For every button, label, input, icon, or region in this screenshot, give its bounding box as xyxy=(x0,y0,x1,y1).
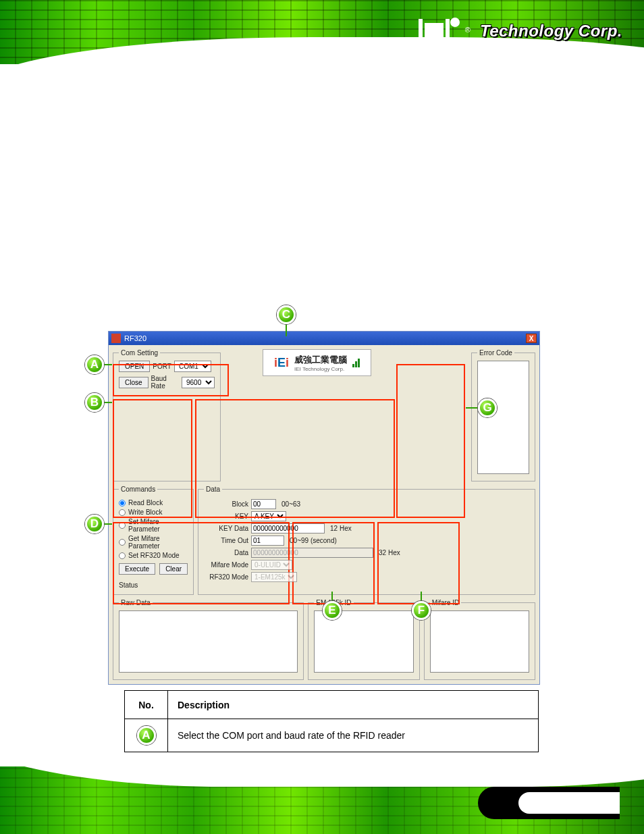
keydata-input[interactable] xyxy=(251,523,325,533)
brand-registered: ® xyxy=(465,26,471,34)
raw-data-area xyxy=(119,610,298,673)
block-note: 00~63 xyxy=(281,500,300,508)
app-window: RF320 X Com Setting OPEN PORT COM1 xyxy=(108,331,540,685)
data-label: Data xyxy=(204,549,248,556)
window-title: RF320 xyxy=(124,334,526,342)
error-code-group: Error Code xyxy=(471,349,535,481)
cmd-get-mifare-radio[interactable] xyxy=(119,539,126,546)
callout-description-table: No. Description A Select the COM port an… xyxy=(124,690,539,752)
mifare-id-area xyxy=(430,610,529,673)
cmd-label: Get Mifare Parameter xyxy=(128,535,188,550)
callout-bubble-g: G xyxy=(478,398,497,417)
table-header-desc: Description xyxy=(168,691,539,719)
rf320-mode-select[interactable]: 1-EM125k xyxy=(251,572,297,582)
baud-select[interactable]: 9600 xyxy=(182,377,215,388)
rf320-mode-label: RF320 Mode xyxy=(204,573,248,581)
callout-connector xyxy=(286,323,287,336)
brand-mark-i2 xyxy=(446,19,450,43)
timeout-input[interactable] xyxy=(251,536,284,546)
callout-bubble-a: A xyxy=(85,355,104,374)
timeout-note: 00~99 (second) xyxy=(290,537,337,544)
error-code-legend: Error Code xyxy=(477,349,514,357)
mifare-id-group: Mifare ID xyxy=(424,599,535,680)
mifare-id-legend: Mifare ID xyxy=(430,599,462,606)
data-note: 32 Hex xyxy=(379,549,400,556)
callout-connector xyxy=(466,407,479,409)
em125k-area xyxy=(314,610,413,673)
com-setting-legend: Com Setting xyxy=(119,349,160,357)
close-button[interactable]: X xyxy=(526,334,537,343)
cmd-set-rf320-radio[interactable] xyxy=(119,552,126,559)
vendor-logo-sub: IEI Technology Corp. xyxy=(294,366,347,372)
cmd-label: Set Mifare Parameter xyxy=(128,518,188,533)
cmd-set-mifare-radio[interactable] xyxy=(119,522,126,529)
cmd-label: Set RF320 Mode xyxy=(128,552,180,559)
keydata-note: 12 Hex xyxy=(330,525,352,532)
cmd-read-block-radio[interactable] xyxy=(119,500,126,506)
open-button[interactable]: OPEN xyxy=(119,361,150,372)
raw-data-legend: Raw Data xyxy=(119,599,153,606)
callout-bubble-b: B xyxy=(85,393,104,412)
block-input[interactable] xyxy=(251,499,276,509)
mifare-mode-label: Mifare Mode xyxy=(204,561,248,569)
cmd-set-mifare[interactable]: Set Mifare Parameter xyxy=(119,518,188,533)
vendor-logo-bars-icon xyxy=(352,359,360,367)
error-code-area xyxy=(477,361,529,474)
port-label: PORT xyxy=(153,363,171,370)
callout-bubble-d: D xyxy=(85,515,104,533)
brand-logo: ® Technology Corp. xyxy=(419,19,622,43)
cmd-label: Read Block xyxy=(128,499,163,506)
timeout-label: Time Out xyxy=(204,537,248,544)
keydata-label: KEY Data xyxy=(204,525,248,532)
table-cell-bubble-a: A xyxy=(125,719,168,752)
brand-mark-i1 xyxy=(419,19,423,43)
vendor-logo-box: iEi 威強工業電腦 IEI Technology Corp. xyxy=(263,349,371,376)
brand-mark-dot xyxy=(450,18,460,27)
brand-tagline: Technology Corp. xyxy=(480,22,622,41)
execute-button[interactable]: Execute xyxy=(119,563,155,575)
cmd-get-mifare[interactable]: Get Mifare Parameter xyxy=(119,535,188,550)
cmd-write-block[interactable]: Write Block xyxy=(119,509,188,516)
table-cell-desc-a: Select the COM port and baud rate of the… xyxy=(168,719,539,752)
baud-label: Baud Rate xyxy=(151,375,179,390)
table-header-no: No. xyxy=(125,691,168,719)
callout-connector xyxy=(103,364,112,365)
port-select[interactable]: COM1 xyxy=(174,361,211,372)
block-label: Block xyxy=(204,500,248,508)
key-select[interactable]: A KEY xyxy=(251,511,286,521)
close-port-button[interactable]: Close xyxy=(119,377,149,388)
key-label: KEY xyxy=(204,513,248,520)
commands-group: Commands Read Block Write Block Set Mifa… xyxy=(113,486,194,595)
com-setting-group: Com Setting OPEN PORT COM1 Close Baud Ra… xyxy=(113,349,221,481)
data-legend: Data xyxy=(204,486,222,493)
data-group: Data Block00~63 KEYA KEY KEY Data12 Hex … xyxy=(198,486,535,595)
clear-button[interactable]: Clear xyxy=(159,563,188,575)
callout-bubble-e: E xyxy=(323,601,342,620)
vendor-logo-cn: 威強工業電腦 xyxy=(294,355,347,365)
page-number: Page 163 xyxy=(560,800,603,811)
status-label: Status xyxy=(119,581,188,589)
header-swoosh-fill xyxy=(0,64,644,199)
callout-connector xyxy=(103,402,112,403)
cmd-read-block[interactable]: Read Block xyxy=(119,499,188,506)
commands-legend: Commands xyxy=(119,486,157,493)
vendor-logo-mark: iEi xyxy=(274,356,289,370)
titlebar-icon xyxy=(111,334,121,343)
brand-mark xyxy=(419,19,461,43)
titlebar: RF320 X xyxy=(109,332,539,345)
cmd-write-block-radio[interactable] xyxy=(119,509,126,516)
cmd-set-rf320[interactable]: Set RF320 Mode xyxy=(119,552,188,559)
callout-bubble-a-table: A xyxy=(137,726,156,745)
app-screenshot: A B C D E F G RF320 X Com Setting OPEN xyxy=(108,331,540,685)
mifare-mode-select[interactable]: 0-ULUID xyxy=(251,560,292,570)
brand-mark-e xyxy=(425,23,444,43)
callout-bubble-c: C xyxy=(277,305,296,324)
data-input[interactable] xyxy=(251,548,373,558)
raw-data-group: Raw Data xyxy=(113,599,304,680)
cmd-label: Write Block xyxy=(128,509,162,516)
callout-connector xyxy=(103,523,112,525)
callout-bubble-f: F xyxy=(412,601,431,620)
